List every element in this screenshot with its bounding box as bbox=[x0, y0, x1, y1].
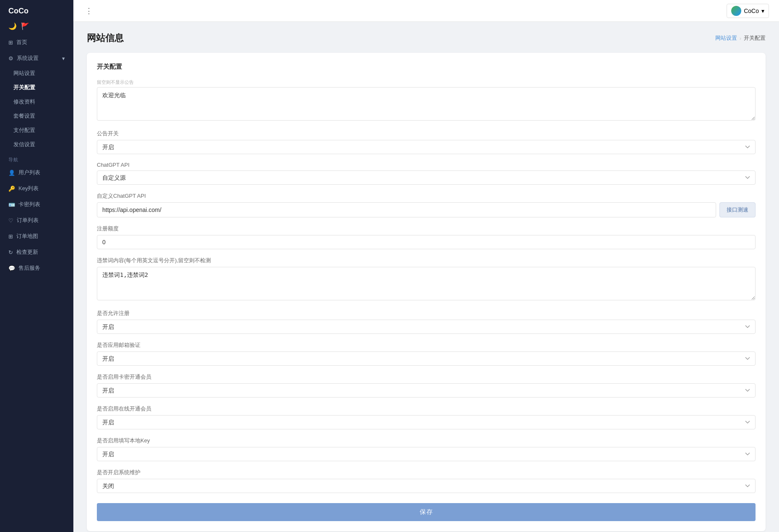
register-quota-input[interactable] bbox=[97, 235, 756, 249]
config-card: 开关配置 留空则不显示公告 公告开关 开启 关闭 ChatGPT API 自定义… bbox=[87, 53, 766, 531]
breadcrumb: 网站设置 › 开关配置 bbox=[715, 34, 766, 42]
home-label: 首页 bbox=[16, 39, 27, 46]
sidebar-item-order-list[interactable]: ♡ 订单列表 bbox=[0, 212, 73, 228]
maintenance-group: 是否开启系统维护 关闭 开启 bbox=[97, 469, 756, 493]
custom-api-group: 自定义ChatGPT API 接口测速 bbox=[97, 192, 756, 217]
sidebar-item-key-list[interactable]: 🔑 Key列表 bbox=[0, 181, 73, 196]
sidebar-nav-section: 导航 bbox=[0, 152, 73, 165]
order-map-label: 订单地图 bbox=[16, 232, 38, 240]
register-quota-group: 注册额度 bbox=[97, 225, 756, 249]
breadcrumb-parent[interactable]: 网站设置 bbox=[715, 34, 737, 42]
forbidden-words-group: 违禁词内容(每个用英文逗号分开),留空则不检测 bbox=[97, 257, 756, 302]
chatgpt-api-label: ChatGPT API bbox=[97, 162, 756, 168]
card-member-label: 是否启用卡密开通会员 bbox=[97, 373, 756, 381]
chat-icon: 💬 bbox=[8, 265, 15, 271]
chevron-down-icon: ▾ bbox=[62, 55, 65, 62]
system-icon: ⚙ bbox=[8, 55, 13, 62]
page-header: 网站信息 网站设置 › 开关配置 bbox=[87, 32, 766, 44]
key-list-label: Key列表 bbox=[18, 185, 39, 192]
home-icon: ⊞ bbox=[8, 39, 13, 46]
online-member-label: 是否启用在线开通会员 bbox=[97, 405, 756, 413]
user-menu[interactable]: CoCo ▾ bbox=[727, 4, 769, 18]
website-settings-label: 网站设置 bbox=[13, 70, 35, 76]
announcement-small-label: 留空则不显示公告 bbox=[97, 79, 756, 85]
system-label: 系统设置 bbox=[17, 54, 39, 62]
sidebar-top-controls: 🌙 🚩 bbox=[0, 22, 73, 34]
section-title: 开关配置 bbox=[97, 63, 756, 71]
custom-api-input[interactable] bbox=[97, 202, 716, 217]
api-test-button[interactable]: 接口测速 bbox=[719, 202, 756, 217]
main-area: ⋮ CoCo ▾ 网站信息 网站设置 › 开关配置 开关配置 留空则不显示 bbox=[73, 0, 779, 532]
sidebar-item-home[interactable]: ⊞ 首页 bbox=[0, 34, 73, 50]
chatgpt-api-group: ChatGPT API 自定义源 官方源 bbox=[97, 162, 756, 185]
sidebar-logo: CoCo bbox=[0, 0, 73, 22]
sidebar-item-card-list[interactable]: 🪪 卡密列表 bbox=[0, 196, 73, 212]
sidebar-item-aftersale[interactable]: 💬 售后服务 bbox=[0, 260, 73, 276]
plan-settings-label: 套餐设置 bbox=[13, 113, 35, 119]
allow-register-label: 是否允许注册 bbox=[97, 310, 756, 317]
switch-config-label: 开关配置 bbox=[13, 84, 35, 90]
sidebar-item-plan-settings[interactable]: 套餐设置 bbox=[0, 109, 73, 123]
allow-register-group: 是否允许注册 开启 关闭 bbox=[97, 310, 756, 334]
flag-icon[interactable]: 🚩 bbox=[21, 22, 29, 30]
breadcrumb-current: 开关配置 bbox=[744, 34, 766, 42]
card-icon: 🪪 bbox=[8, 201, 15, 208]
allow-register-select[interactable]: 开启 关闭 bbox=[97, 320, 756, 334]
update-icon: ↻ bbox=[8, 249, 13, 256]
page-title: 网站信息 bbox=[87, 32, 124, 44]
local-key-select[interactable]: 开启 关闭 bbox=[97, 447, 756, 461]
moon-icon[interactable]: 🌙 bbox=[8, 22, 17, 30]
sidebar-item-user-list[interactable]: 👤 用户列表 bbox=[0, 165, 73, 181]
nav-section-label: 导航 bbox=[8, 157, 18, 162]
card-member-group: 是否启用卡密开通会员 开启 关闭 bbox=[97, 373, 756, 398]
key-icon: 🔑 bbox=[8, 186, 15, 192]
email-verify-group: 是否应用邮箱验证 开启 关闭 bbox=[97, 341, 756, 366]
breadcrumb-separator: › bbox=[740, 35, 741, 41]
custom-api-label: 自定义ChatGPT API bbox=[97, 192, 756, 200]
forbidden-words-textarea[interactable] bbox=[97, 267, 756, 300]
announcement-switch-group: 公告开关 开启 关闭 bbox=[97, 130, 756, 154]
sidebar-item-system[interactable]: ⚙ 系统设置 ▾ bbox=[0, 50, 73, 66]
user-chevron-icon: ▾ bbox=[761, 8, 764, 14]
sms-settings-label: 发信设置 bbox=[13, 141, 35, 147]
user-list-label: 用户列表 bbox=[18, 169, 40, 176]
announcement-switch-select[interactable]: 开启 关闭 bbox=[97, 140, 756, 154]
maintenance-label: 是否开启系统维护 bbox=[97, 469, 756, 476]
save-bar: 保存 bbox=[97, 503, 756, 521]
sidebar-item-sms-settings[interactable]: 发信设置 bbox=[0, 137, 73, 152]
topbar: ⋮ CoCo ▾ bbox=[73, 0, 779, 22]
order-list-label: 订单列表 bbox=[17, 217, 39, 224]
save-button[interactable]: 保存 bbox=[97, 503, 756, 521]
maintenance-select[interactable]: 关闭 开启 bbox=[97, 479, 756, 493]
announcement-group: 留空则不显示公告 bbox=[97, 79, 756, 122]
user-icon: 👤 bbox=[8, 170, 15, 176]
sidebar-item-order-map[interactable]: ⊞ 订单地图 bbox=[0, 228, 73, 244]
announcement-textarea[interactable] bbox=[97, 87, 756, 121]
sidebar-item-switch-config[interactable]: 开关配置 bbox=[0, 80, 73, 95]
custom-api-input-row: 接口测速 bbox=[97, 202, 756, 217]
online-member-group: 是否启用在线开通会员 开启 关闭 bbox=[97, 405, 756, 429]
sidebar-item-payment-settings[interactable]: 支付配置 bbox=[0, 123, 73, 137]
payment-settings-label: 支付配置 bbox=[13, 127, 35, 133]
sidebar-item-check-update[interactable]: ↻ 检查更新 bbox=[0, 244, 73, 260]
map-icon: ⊞ bbox=[8, 233, 13, 240]
email-verify-label: 是否应用邮箱验证 bbox=[97, 341, 756, 349]
sidebar: CoCo 🌙 🚩 ⊞ 首页 ⚙ 系统设置 ▾ 网站设置 开关配置 修改资料 套餐… bbox=[0, 0, 73, 532]
user-avatar bbox=[731, 6, 741, 16]
email-verify-select[interactable]: 开启 关闭 bbox=[97, 351, 756, 366]
user-label: CoCo bbox=[744, 8, 759, 14]
topbar-left: ⋮ bbox=[83, 5, 94, 17]
aftersale-label: 售后服务 bbox=[18, 264, 40, 272]
sidebar-item-edit-profile[interactable]: 修改资料 bbox=[0, 95, 73, 109]
announcement-switch-label: 公告开关 bbox=[97, 130, 756, 137]
sidebar-item-website-settings[interactable]: 网站设置 bbox=[0, 66, 73, 80]
order-icon: ♡ bbox=[8, 217, 13, 224]
menu-button[interactable]: ⋮ bbox=[83, 5, 94, 17]
card-member-select[interactable]: 开启 关闭 bbox=[97, 383, 756, 398]
forbidden-words-label: 违禁词内容(每个用英文逗号分开),留空则不检测 bbox=[97, 257, 756, 264]
local-key-group: 是否启用填写本地Key 开启 关闭 bbox=[97, 437, 756, 461]
online-member-select[interactable]: 开启 关闭 bbox=[97, 415, 756, 429]
local-key-label: 是否启用填写本地Key bbox=[97, 437, 756, 444]
chatgpt-api-select[interactable]: 自定义源 官方源 bbox=[97, 170, 756, 185]
topbar-right: CoCo ▾ bbox=[727, 4, 769, 18]
